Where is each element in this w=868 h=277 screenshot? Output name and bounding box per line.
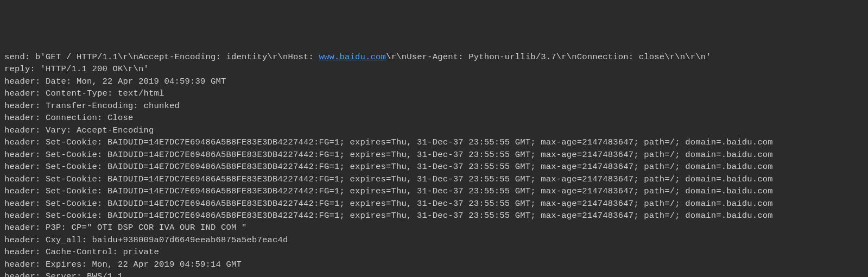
terminal-line: header: Transfer-Encoding: chunked [4,100,864,112]
terminal-line: header: Expires: Mon, 22 Apr 2019 04:59:… [4,259,864,270]
terminal-line: header: Set-Cookie: BAIDUID=14E7DC7E6948… [4,136,864,148]
terminal-line: header: Vary: Accept-Encoding [4,124,864,136]
terminal-line: header: P3P: CP=" OTI DSP COR IVA OUR IN… [4,222,864,234]
line-prefix: send: b'GET / HTTP/1.1\r\nAccept-Encodin… [4,52,319,62]
terminal-line: header: Set-Cookie: BAIDUID=14E7DC7E6948… [4,173,864,185]
url-link[interactable]: www.baidu.com [319,52,387,62]
terminal-line: reply: 'HTTP/1.1 200 OK\r\n' [4,63,864,75]
terminal-line: header: Connection: Close [4,112,864,124]
terminal-line: header: Set-Cookie: BAIDUID=14E7DC7E6948… [4,185,864,197]
terminal-line: send: b'GET / HTTP/1.1\r\nAccept-Encodin… [4,51,864,63]
terminal-line: header: Date: Mon, 22 Apr 2019 04:59:39 … [4,75,864,87]
terminal-line: header: Set-Cookie: BAIDUID=14E7DC7E6948… [4,210,864,222]
terminal-line: header: Set-Cookie: BAIDUID=14E7DC7E6948… [4,149,864,161]
terminal-line: header: Content-Type: text/html [4,87,864,99]
terminal-line: header: Cache-Control: private [4,246,864,258]
terminal-line: header: Set-Cookie: BAIDUID=14E7DC7E6948… [4,161,864,173]
terminal-line: header: Set-Cookie: BAIDUID=14E7DC7E6948… [4,198,864,210]
line-suffix: \r\nUser-Agent: Python-urllib/3.7\r\nCon… [386,52,711,62]
terminal-output: send: b'GET / HTTP/1.1\r\nAccept-Encodin… [4,51,864,277]
terminal-line: header: Cxy_all: baidu+938009a07d6649eea… [4,234,864,246]
terminal-line: header: Server: BWS/1.1 [4,270,864,277]
